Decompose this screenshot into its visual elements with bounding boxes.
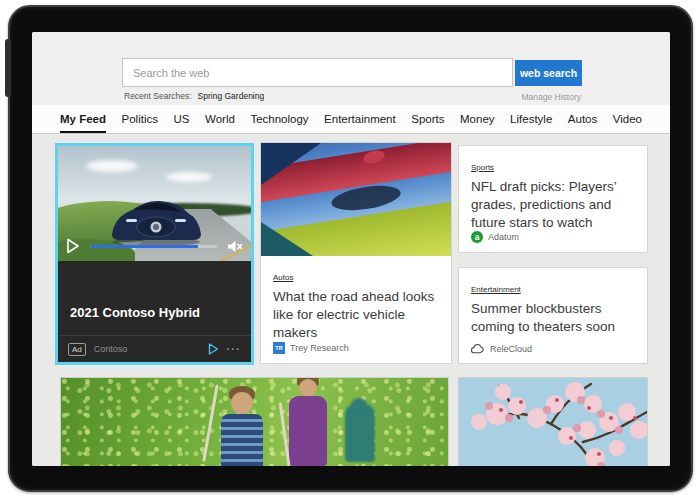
- source-name: Trey Research: [290, 343, 349, 353]
- video-progress-bar[interactable]: [90, 245, 217, 248]
- manage-history-link[interactable]: Manage History: [521, 92, 581, 102]
- more-options-button[interactable]: ···: [227, 344, 242, 355]
- cloud-graphic: [86, 160, 138, 172]
- nav-item-lifestyle[interactable]: Lifestyle: [510, 113, 552, 125]
- video-player[interactable]: [58, 146, 251, 261]
- recent-searches-label: Recent Searches:: [124, 91, 192, 101]
- nav-item-autos[interactable]: Autos: [568, 113, 597, 125]
- play-button[interactable]: [66, 238, 80, 254]
- adatum-logo-icon: a: [471, 231, 483, 243]
- relecloud-cloud-icon: [471, 344, 485, 354]
- video-footer: Ad Contoso ···: [58, 335, 251, 362]
- nav-item-sports[interactable]: Sports: [411, 113, 444, 125]
- nav-item-world[interactable]: World: [205, 113, 235, 125]
- cherry-blossom-graphic: [459, 378, 648, 466]
- source-name: Adatum: [488, 232, 519, 242]
- article-image-cars: [261, 143, 451, 256]
- cloud-graphic: [166, 172, 212, 182]
- article-image-children-hiking[interactable]: [60, 377, 449, 466]
- category-link-autos[interactable]: Autos: [273, 273, 293, 282]
- search-input[interactable]: [122, 58, 513, 87]
- video-info: 2021 Contoso Hybrid Ad Contoso ···: [58, 261, 251, 362]
- web-search-button[interactable]: web search: [515, 60, 582, 86]
- video-progress-fill: [90, 245, 198, 248]
- sponsor-name: Contoso: [94, 344, 200, 354]
- recent-search-item[interactable]: Spring Gardening: [198, 91, 265, 101]
- video-play-icon[interactable]: [208, 343, 219, 355]
- article-card-entertainment[interactable]: Entertainment Summer blockbusters coming…: [458, 267, 648, 364]
- nav-item-politics[interactable]: Politics: [122, 113, 158, 125]
- article-headline: Summer blockbusters coming to theaters s…: [471, 300, 635, 336]
- nav-item-my-feed[interactable]: My Feed: [60, 113, 106, 125]
- category-nav: My Feed Politics US World Technology Ent…: [32, 105, 670, 134]
- walking-stick-graphic: [202, 384, 218, 461]
- volume-button: [5, 39, 11, 97]
- ad-badge: Ad: [68, 343, 86, 356]
- nav-item-technology[interactable]: Technology: [250, 113, 308, 125]
- video-ad-card[interactable]: 2021 Contoso Hybrid Ad Contoso ···: [55, 143, 254, 365]
- trey-research-logo-icon: TR: [273, 342, 285, 354]
- tablet-device: web search Recent Searches:Spring Garden…: [8, 5, 693, 492]
- nav-item-video[interactable]: Video: [613, 113, 642, 125]
- nav-item-entertainment[interactable]: Entertainment: [324, 113, 396, 125]
- search-section: web search Recent Searches:Spring Garden…: [32, 32, 670, 105]
- source-row: a Adatum: [471, 231, 519, 243]
- article-headline: NFL draft picks: Players’ grades, predic…: [471, 178, 635, 231]
- video-title: 2021 Contoso Hybrid: [70, 305, 200, 320]
- feed-content: 2021 Contoso Hybrid Ad Contoso ···: [32, 135, 670, 466]
- screen: web search Recent Searches:Spring Garden…: [32, 32, 670, 466]
- mute-button[interactable]: [227, 239, 243, 254]
- category-link-sports[interactable]: Sports: [471, 163, 494, 172]
- source-name: ReleCloud: [490, 344, 532, 354]
- nav-item-money[interactable]: Money: [460, 113, 495, 125]
- category-link-entertainment[interactable]: Entertainment: [471, 285, 521, 294]
- source-row: TR Trey Research: [273, 342, 349, 354]
- nav-item-us[interactable]: US: [174, 113, 190, 125]
- recent-searches: Recent Searches:Spring Gardening: [124, 91, 264, 101]
- article-card-sports[interactable]: Sports NFL draft picks: Players’ grades,…: [458, 145, 648, 253]
- article-image-cherry-blossoms[interactable]: [458, 377, 648, 466]
- video-controls: [66, 237, 243, 255]
- article-card-autos[interactable]: Autos What the road ahead looks like for…: [260, 142, 452, 364]
- source-row: ReleCloud: [471, 344, 532, 354]
- article-headline: What the road ahead looks like for elect…: [273, 288, 439, 341]
